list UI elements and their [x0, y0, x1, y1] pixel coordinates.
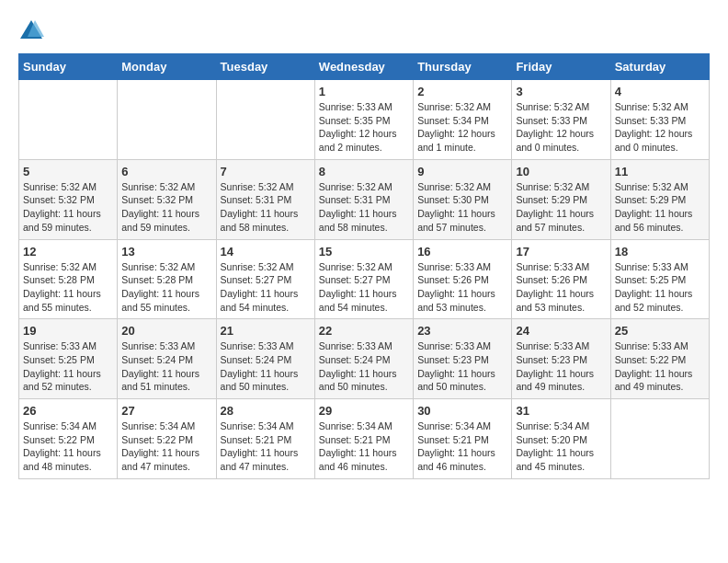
day-info: Sunrise: 5:34 AM Sunset: 5:22 PM Dayligh… [23, 419, 113, 474]
calendar-cell: 2Sunrise: 5:32 AM Sunset: 5:34 PM Daylig… [414, 80, 512, 160]
day-info: Sunrise: 5:34 AM Sunset: 5:21 PM Dayligh… [221, 419, 311, 474]
calendar-cell: 18Sunrise: 5:33 AM Sunset: 5:25 PM Dayli… [610, 239, 709, 319]
day-number: 16 [417, 245, 507, 259]
calendar-cell: 20Sunrise: 5:33 AM Sunset: 5:24 PM Dayli… [118, 319, 216, 399]
day-number: 2 [417, 85, 507, 98]
day-info: Sunrise: 5:33 AM Sunset: 5:26 PM Dayligh… [516, 260, 606, 315]
day-number: 15 [319, 245, 409, 259]
calendar-cell: 6Sunrise: 5:32 AM Sunset: 5:32 PM Daylig… [118, 159, 216, 239]
calendar-cell: 27Sunrise: 5:34 AM Sunset: 5:22 PM Dayli… [118, 399, 216, 479]
calendar-cell [610, 399, 709, 479]
day-info: Sunrise: 5:32 AM Sunset: 5:29 PM Dayligh… [615, 180, 705, 235]
day-number: 4 [615, 85, 705, 98]
calendar-cell: 9Sunrise: 5:32 AM Sunset: 5:30 PM Daylig… [414, 159, 512, 239]
calendar-cell: 17Sunrise: 5:33 AM Sunset: 5:26 PM Dayli… [512, 239, 610, 319]
calendar-cell [216, 80, 314, 160]
day-number: 27 [121, 404, 211, 418]
day-info: Sunrise: 5:34 AM Sunset: 5:20 PM Dayligh… [516, 419, 606, 474]
day-info: Sunrise: 5:33 AM Sunset: 5:25 PM Dayligh… [615, 260, 705, 315]
day-info: Sunrise: 5:32 AM Sunset: 5:28 PM Dayligh… [121, 260, 211, 315]
day-info: Sunrise: 5:33 AM Sunset: 5:23 PM Dayligh… [516, 339, 606, 394]
day-number: 22 [319, 324, 409, 338]
calendar-cell: 5Sunrise: 5:32 AM Sunset: 5:32 PM Daylig… [19, 159, 118, 239]
calendar-cell: 10Sunrise: 5:32 AM Sunset: 5:29 PM Dayli… [512, 159, 610, 239]
day-info: Sunrise: 5:33 AM Sunset: 5:24 PM Dayligh… [319, 339, 409, 394]
calendar-cell: 22Sunrise: 5:33 AM Sunset: 5:24 PM Dayli… [314, 319, 413, 399]
day-number: 8 [319, 165, 409, 178]
day-info: Sunrise: 5:32 AM Sunset: 5:31 PM Dayligh… [319, 180, 409, 235]
day-info: Sunrise: 5:33 AM Sunset: 5:35 PM Dayligh… [319, 100, 409, 155]
day-number: 25 [615, 324, 705, 338]
day-info: Sunrise: 5:32 AM Sunset: 5:34 PM Dayligh… [417, 100, 507, 155]
logo [18, 18, 48, 44]
day-info: Sunrise: 5:32 AM Sunset: 5:31 PM Dayligh… [221, 180, 311, 235]
day-info: Sunrise: 5:33 AM Sunset: 5:25 PM Dayligh… [23, 339, 113, 394]
day-number: 14 [221, 245, 311, 259]
day-info: Sunrise: 5:32 AM Sunset: 5:29 PM Dayligh… [516, 180, 606, 235]
weekday-header-friday: Friday [512, 54, 610, 80]
day-info: Sunrise: 5:33 AM Sunset: 5:24 PM Dayligh… [221, 339, 311, 394]
day-info: Sunrise: 5:33 AM Sunset: 5:23 PM Dayligh… [417, 339, 507, 394]
calendar-week-row: 19Sunrise: 5:33 AM Sunset: 5:25 PM Dayli… [19, 319, 710, 399]
day-number: 1 [319, 85, 409, 98]
day-number: 24 [516, 324, 606, 338]
day-number: 21 [221, 324, 311, 338]
weekday-header-sunday: Sunday [19, 54, 118, 80]
day-number: 28 [221, 404, 311, 418]
weekday-header-thursday: Thursday [414, 54, 512, 80]
calendar-cell: 3Sunrise: 5:32 AM Sunset: 5:33 PM Daylig… [512, 80, 610, 160]
calendar-cell: 7Sunrise: 5:32 AM Sunset: 5:31 PM Daylig… [216, 159, 314, 239]
calendar-week-row: 1Sunrise: 5:33 AM Sunset: 5:35 PM Daylig… [19, 80, 710, 160]
weekday-header-saturday: Saturday [610, 54, 709, 80]
calendar-cell: 19Sunrise: 5:33 AM Sunset: 5:25 PM Dayli… [19, 319, 118, 399]
day-number: 20 [121, 324, 211, 338]
day-number: 18 [615, 245, 705, 259]
day-info: Sunrise: 5:32 AM Sunset: 5:32 PM Dayligh… [23, 180, 113, 235]
day-number: 29 [319, 404, 409, 418]
page-header [18, 18, 710, 44]
day-number: 11 [615, 165, 705, 178]
calendar-cell: 23Sunrise: 5:33 AM Sunset: 5:23 PM Dayli… [414, 319, 512, 399]
day-number: 9 [417, 165, 507, 178]
day-number: 12 [23, 245, 113, 259]
logo-icon [18, 18, 44, 44]
calendar-cell: 1Sunrise: 5:33 AM Sunset: 5:35 PM Daylig… [314, 80, 413, 160]
day-number: 10 [516, 165, 606, 178]
calendar-cell: 29Sunrise: 5:34 AM Sunset: 5:21 PM Dayli… [314, 399, 413, 479]
calendar-cell: 11Sunrise: 5:32 AM Sunset: 5:29 PM Dayli… [610, 159, 709, 239]
calendar-cell [19, 80, 118, 160]
calendar-cell: 31Sunrise: 5:34 AM Sunset: 5:20 PM Dayli… [512, 399, 610, 479]
day-info: Sunrise: 5:32 AM Sunset: 5:27 PM Dayligh… [319, 260, 409, 315]
day-number: 13 [121, 245, 211, 259]
day-number: 31 [516, 404, 606, 418]
day-number: 30 [417, 404, 507, 418]
day-number: 3 [516, 85, 606, 98]
calendar-cell: 12Sunrise: 5:32 AM Sunset: 5:28 PM Dayli… [19, 239, 118, 319]
calendar-cell [118, 80, 216, 160]
day-info: Sunrise: 5:34 AM Sunset: 5:21 PM Dayligh… [417, 419, 507, 474]
calendar-week-row: 12Sunrise: 5:32 AM Sunset: 5:28 PM Dayli… [19, 239, 710, 319]
day-info: Sunrise: 5:34 AM Sunset: 5:22 PM Dayligh… [121, 419, 211, 474]
day-info: Sunrise: 5:33 AM Sunset: 5:26 PM Dayligh… [417, 260, 507, 315]
calendar-cell: 4Sunrise: 5:32 AM Sunset: 5:33 PM Daylig… [610, 80, 709, 160]
calendar-table: SundayMondayTuesdayWednesdayThursdayFrid… [18, 53, 710, 479]
calendar-cell: 15Sunrise: 5:32 AM Sunset: 5:27 PM Dayli… [314, 239, 413, 319]
calendar-cell: 8Sunrise: 5:32 AM Sunset: 5:31 PM Daylig… [314, 159, 413, 239]
day-info: Sunrise: 5:34 AM Sunset: 5:21 PM Dayligh… [319, 419, 409, 474]
day-info: Sunrise: 5:32 AM Sunset: 5:30 PM Dayligh… [417, 180, 507, 235]
day-info: Sunrise: 5:32 AM Sunset: 5:27 PM Dayligh… [221, 260, 311, 315]
day-number: 5 [23, 165, 113, 178]
weekday-header-monday: Monday [118, 54, 216, 80]
calendar-cell: 16Sunrise: 5:33 AM Sunset: 5:26 PM Dayli… [414, 239, 512, 319]
calendar-cell: 26Sunrise: 5:34 AM Sunset: 5:22 PM Dayli… [19, 399, 118, 479]
calendar-week-row: 5Sunrise: 5:32 AM Sunset: 5:32 PM Daylig… [19, 159, 710, 239]
weekday-header-tuesday: Tuesday [216, 54, 314, 80]
day-info: Sunrise: 5:32 AM Sunset: 5:33 PM Dayligh… [615, 100, 705, 155]
day-info: Sunrise: 5:33 AM Sunset: 5:24 PM Dayligh… [121, 339, 211, 394]
calendar-cell: 24Sunrise: 5:33 AM Sunset: 5:23 PM Dayli… [512, 319, 610, 399]
day-number: 23 [417, 324, 507, 338]
day-info: Sunrise: 5:32 AM Sunset: 5:32 PM Dayligh… [121, 180, 211, 235]
day-number: 17 [516, 245, 606, 259]
day-number: 19 [23, 324, 113, 338]
weekday-header-wednesday: Wednesday [314, 54, 413, 80]
